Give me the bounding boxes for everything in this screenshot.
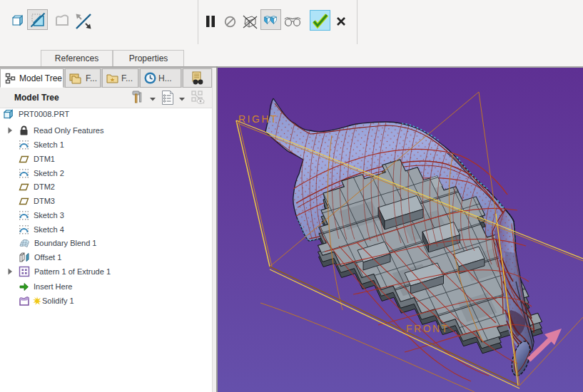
svg-text:FRONT: FRONT bbox=[406, 323, 450, 334]
svg-text:RIGHT: RIGHT bbox=[238, 113, 278, 125]
